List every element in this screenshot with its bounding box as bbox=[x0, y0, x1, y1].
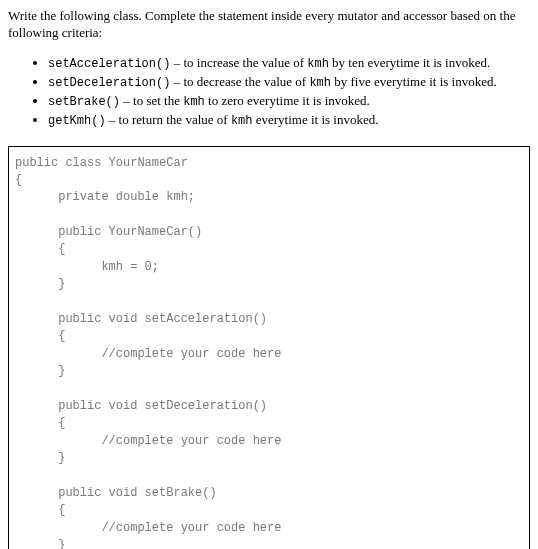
method-name: setDeceleration() bbox=[48, 76, 170, 90]
method-name: setBrake() bbox=[48, 95, 120, 109]
var-name: kmh bbox=[307, 57, 329, 71]
var-name: kmh bbox=[231, 114, 253, 128]
criteria-list: setAcceleration() – to increase the valu… bbox=[8, 54, 530, 130]
criteria-tail: to zero everytime it is invoked. bbox=[205, 93, 370, 108]
criteria-item: setDeceleration() – to decrease the valu… bbox=[48, 73, 530, 91]
criteria-text: – to return the value of bbox=[106, 112, 231, 127]
var-name: kmh bbox=[183, 95, 205, 109]
criteria-item: setBrake() – to set the kmh to zero ever… bbox=[48, 92, 530, 110]
var-name: kmh bbox=[309, 76, 331, 90]
code-content: public class YourNameCar { private doubl… bbox=[15, 155, 523, 549]
instructions-text: Write the following class. Complete the … bbox=[8, 8, 530, 42]
method-name: setAcceleration() bbox=[48, 57, 170, 71]
criteria-item: setAcceleration() – to increase the valu… bbox=[48, 54, 530, 72]
code-box: public class YourNameCar { private doubl… bbox=[8, 146, 530, 549]
criteria-text: – to decrease the value of bbox=[170, 74, 309, 89]
method-name: getKmh() bbox=[48, 114, 106, 128]
criteria-tail: everytime it is invoked. bbox=[252, 112, 378, 127]
criteria-text: – to set the bbox=[120, 93, 183, 108]
criteria-tail: by ten everytime it is invoked. bbox=[329, 55, 490, 70]
criteria-item: getKmh() – to return the value of kmh ev… bbox=[48, 111, 530, 129]
criteria-text: – to increase the value of bbox=[170, 55, 307, 70]
criteria-tail: by five everytime it is invoked. bbox=[331, 74, 497, 89]
